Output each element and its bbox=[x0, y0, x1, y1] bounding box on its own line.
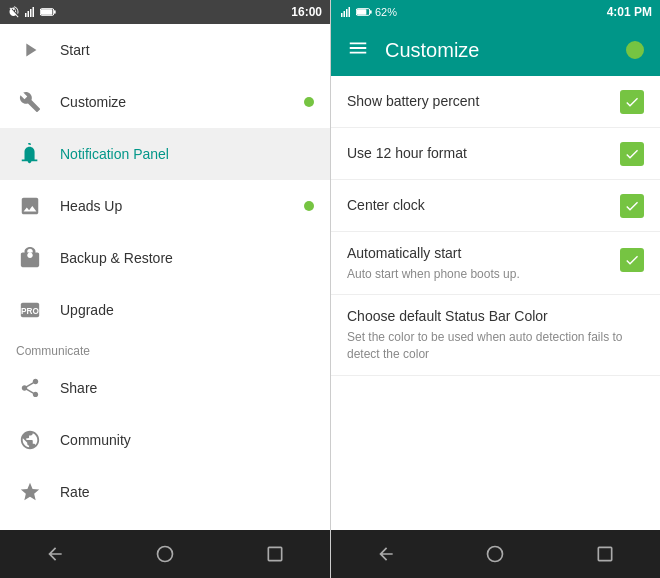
share-icon bbox=[16, 374, 44, 402]
svg-rect-10 bbox=[268, 547, 281, 560]
svg-point-18 bbox=[488, 547, 503, 562]
pro-icon: PRO bbox=[16, 296, 44, 324]
menu-item-notification-panel[interactable]: Notification Panel bbox=[0, 128, 330, 180]
nav-bar-left bbox=[0, 530, 330, 578]
wrench-icon bbox=[16, 88, 44, 116]
toolbar: Customize bbox=[331, 24, 660, 76]
setting-title-1: Use 12 hour format bbox=[347, 144, 620, 164]
signal-icon-right bbox=[339, 6, 353, 18]
menu-label-customize: Customize bbox=[60, 94, 126, 110]
notification-icon bbox=[16, 140, 44, 168]
setting-title-4: Choose default Status Bar Color bbox=[347, 307, 644, 327]
recent-button-right[interactable] bbox=[585, 534, 625, 574]
menu-label-upgrade: Upgrade bbox=[60, 302, 114, 318]
checkbox-center-clock[interactable] bbox=[620, 194, 644, 218]
image-icon bbox=[16, 192, 44, 220]
setting-title-2: Center clock bbox=[347, 196, 620, 216]
svg-rect-3 bbox=[33, 7, 35, 17]
setting-title-3: Automatically start bbox=[347, 244, 620, 264]
menu-item-community[interactable]: Community bbox=[0, 414, 330, 466]
checkbox-12-hour-format[interactable] bbox=[620, 142, 644, 166]
menu-label-backup-restore: Backup & Restore bbox=[60, 250, 173, 266]
face-icon bbox=[16, 426, 44, 454]
svg-rect-17 bbox=[357, 9, 366, 14]
right-time: 4:01 PM bbox=[607, 5, 652, 19]
home-button-right[interactable] bbox=[475, 534, 515, 574]
svg-rect-11 bbox=[341, 13, 343, 17]
menu-item-backup-restore[interactable]: Backup & Restore bbox=[0, 232, 330, 284]
svg-rect-13 bbox=[346, 9, 348, 17]
svg-rect-0 bbox=[25, 13, 27, 17]
menu-label-heads-up: Heads Up bbox=[60, 198, 122, 214]
setting-sub-4: Set the color to be used when auto detec… bbox=[347, 329, 644, 363]
svg-rect-6 bbox=[41, 9, 52, 14]
green-dot-customize bbox=[304, 97, 314, 107]
svg-rect-2 bbox=[30, 9, 32, 17]
menu-item-upgrade[interactable]: PRO Upgrade bbox=[0, 284, 330, 336]
bag-icon bbox=[16, 244, 44, 272]
svg-rect-12 bbox=[344, 11, 346, 17]
recent-button-left[interactable] bbox=[255, 534, 295, 574]
back-button-right[interactable] bbox=[366, 534, 406, 574]
battery-icon-right bbox=[356, 6, 372, 18]
menu-item-beta-feedback[interactable]: Beta Feedback bbox=[0, 518, 330, 530]
green-dot-toolbar bbox=[626, 41, 644, 59]
play-icon bbox=[16, 36, 44, 64]
checkbox-show-battery-percent[interactable] bbox=[620, 90, 644, 114]
right-status-icons: 62% bbox=[339, 6, 397, 18]
battery-icon-left bbox=[40, 6, 56, 18]
menu-label-community: Community bbox=[60, 432, 131, 448]
svg-rect-16 bbox=[370, 10, 372, 13]
menu-button[interactable] bbox=[347, 37, 369, 63]
status-bar-left: 16:00 bbox=[0, 0, 330, 24]
right-panel: 62% 4:01 PM Customize Show battery perce… bbox=[330, 0, 660, 578]
setting-sub-3: Auto start when phone boots up. bbox=[347, 266, 620, 283]
section-header-communicate: Communicate bbox=[0, 336, 330, 362]
star-icon bbox=[16, 478, 44, 506]
menu-label-rate: Rate bbox=[60, 484, 90, 500]
setting-12-hour-format[interactable]: Use 12 hour format bbox=[331, 128, 660, 180]
svg-point-9 bbox=[158, 547, 173, 562]
setting-status-bar-color[interactable]: Choose default Status Bar Color Set the … bbox=[331, 295, 660, 375]
svg-rect-5 bbox=[54, 10, 56, 13]
green-dot-heads-up bbox=[304, 201, 314, 211]
left-status-icons bbox=[8, 6, 56, 18]
signal-icon bbox=[23, 6, 37, 18]
svg-text:PRO: PRO bbox=[21, 307, 39, 316]
menu-item-customize[interactable]: Customize bbox=[0, 76, 330, 128]
checkbox-automatically-start[interactable] bbox=[620, 248, 644, 272]
nav-bar-right bbox=[331, 530, 660, 578]
svg-rect-19 bbox=[598, 547, 611, 560]
menu-item-heads-up[interactable]: Heads Up bbox=[0, 180, 330, 232]
left-panel: 16:00 Start Customize Notification Panel bbox=[0, 0, 330, 578]
menu-item-rate[interactable]: Rate bbox=[0, 466, 330, 518]
setting-center-clock[interactable]: Center clock bbox=[331, 180, 660, 232]
menu-label-share: Share bbox=[60, 380, 97, 396]
battery-percent: 62% bbox=[375, 6, 397, 18]
menu-list: Start Customize Notification Panel Heads… bbox=[0, 24, 330, 530]
setting-automatically-start[interactable]: Automatically start Auto start when phon… bbox=[331, 232, 660, 295]
setting-title-0: Show battery percent bbox=[347, 92, 620, 112]
setting-show-battery-percent[interactable]: Show battery percent bbox=[331, 76, 660, 128]
status-bar-right: 62% 4:01 PM bbox=[331, 0, 660, 24]
back-button-left[interactable] bbox=[35, 534, 75, 574]
menu-item-start[interactable]: Start bbox=[0, 24, 330, 76]
toolbar-title: Customize bbox=[385, 39, 610, 62]
settings-list: Show battery percent Use 12 hour format … bbox=[331, 76, 660, 530]
home-button-left[interactable] bbox=[145, 534, 185, 574]
svg-rect-1 bbox=[28, 11, 30, 17]
menu-label-notification-panel: Notification Panel bbox=[60, 146, 169, 162]
menu-item-share[interactable]: Share bbox=[0, 362, 330, 414]
left-time: 16:00 bbox=[291, 5, 322, 19]
menu-label-start: Start bbox=[60, 42, 90, 58]
mute-icon bbox=[8, 6, 20, 18]
svg-rect-14 bbox=[349, 7, 351, 17]
